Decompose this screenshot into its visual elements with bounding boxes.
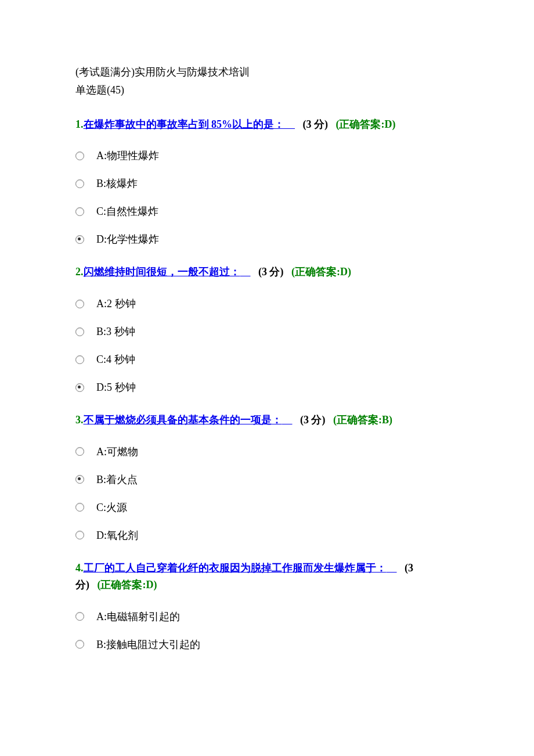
question-2-points: (3 分) [258,266,284,278]
question-4-option-b[interactable]: B:接触电阻过大引起的 [75,638,459,651]
radio-icon[interactable] [75,300,84,308]
question-4-points-part1: (3 [405,562,413,574]
option-label: C:自然性爆炸 [96,204,158,218]
question-3-option-a[interactable]: A:可燃物 [75,445,459,459]
question-1-correct: (正确答案:D) [336,118,396,130]
radio-icon[interactable] [75,447,84,456]
radio-icon[interactable] [75,531,84,539]
question-2-title: 2.闪燃维持时间很短，一般不超过： (3 分) (正确答案:D) [75,264,459,280]
question-3-title: 3.不属于燃烧必须具备的基本条件的一项是： (3 分) (正确答案:B) [75,412,459,429]
question-3-pad [282,414,293,426]
question-3: 3.不属于燃烧必须具备的基本条件的一项是： (3 分) (正确答案:B) A:可… [75,412,459,542]
question-4-link[interactable]: 工厂的工人自己穿着化纤的衣服因为脱掉工作服而发生爆炸属于： [84,562,387,574]
question-4-pad [387,562,397,574]
question-1-points: (3 分) [303,118,329,130]
radio-icon[interactable] [75,612,84,621]
option-label: C:4 秒钟 [96,352,135,366]
question-2-option-a[interactable]: A:2 秒钟 [75,297,459,311]
question-2: 2.闪燃维持时间很短，一般不超过： (3 分) (正确答案:D) A:2 秒钟 … [75,264,459,394]
option-label: D:5 秒钟 [96,380,136,394]
option-label: B:接触电阻过大引起的 [96,638,200,651]
question-1-pad [284,118,295,130]
radio-icon[interactable] [75,640,84,649]
document-page: (考试题满分)实用防火与防爆技术培训 单选题(45) 1.在爆炸事故中的事故率占… [0,0,534,700]
question-1-option-b[interactable]: B:核爆炸 [75,177,459,190]
question-4-correct: (正确答案:D) [98,579,157,591]
question-4-points-part2: 分) [75,579,89,591]
question-3-correct: (正确答案:B) [333,414,392,426]
question-4-title: 4.工厂的工人自己穿着化纤的衣服因为脱掉工作服而发生爆炸属于： (3 分) (正… [75,560,459,593]
radio-icon[interactable] [75,207,84,216]
radio-icon-checked[interactable] [75,235,84,244]
option-label: B:核爆炸 [96,177,138,190]
question-4-number: 4. [75,562,84,574]
question-1-options: A:物理性爆炸 B:核爆炸 C:自然性爆炸 D:化学性爆炸 [75,149,459,246]
question-1-title: 1.在爆炸事故中的事故率占到 85%以上的是： (3 分) (正确答案:D) [75,116,459,133]
radio-icon[interactable] [75,179,84,188]
question-2-option-b[interactable]: B:3 秒钟 [75,325,459,339]
question-4-options: A:电磁辐射引起的 B:接触电阻过大引起的 [75,610,459,651]
question-2-options: A:2 秒钟 B:3 秒钟 C:4 秒钟 D:5 秒钟 [75,297,459,394]
option-label: A:2 秒钟 [96,297,136,311]
question-3-link[interactable]: 不属于燃烧必须具备的基本条件的一项是： [84,414,282,426]
question-1-link[interactable]: 在爆炸事故中的事故率占到 85%以上的是： [84,118,285,130]
option-label: D:化学性爆炸 [96,232,159,246]
question-3-option-b[interactable]: B:着火点 [75,473,459,487]
question-2-number: 2. [75,266,84,278]
question-1-option-d[interactable]: D:化学性爆炸 [75,232,459,246]
header-line-2: 单选题(45) [75,82,459,99]
question-1-option-c[interactable]: C:自然性爆炸 [75,204,459,218]
question-3-option-c[interactable]: C:火源 [75,501,459,514]
question-1-option-a[interactable]: A:物理性爆炸 [75,149,459,163]
question-3-points: (3 分) [300,414,326,426]
question-2-option-c[interactable]: C:4 秒钟 [75,352,459,366]
option-label: A:电磁辐射引起的 [96,610,180,624]
question-2-link[interactable]: 闪燃维持时间很短，一般不超过： [84,266,240,278]
option-label: B:着火点 [96,473,138,487]
option-label: C:火源 [96,501,127,514]
question-2-correct: (正确答案:D) [291,266,351,278]
radio-icon[interactable] [75,327,84,336]
question-4-option-a[interactable]: A:电磁辐射引起的 [75,610,459,624]
radio-icon[interactable] [75,152,84,160]
option-label: A:可燃物 [96,445,138,459]
radio-icon-checked[interactable] [75,475,84,484]
radio-icon-checked[interactable] [75,383,84,392]
option-label: B:3 秒钟 [96,325,135,339]
question-1: 1.在爆炸事故中的事故率占到 85%以上的是： (3 分) (正确答案:D) A… [75,116,459,247]
question-3-number: 3. [75,414,84,426]
question-3-option-d[interactable]: D:氧化剂 [75,528,459,542]
question-2-option-d[interactable]: D:5 秒钟 [75,380,459,394]
question-4: 4.工厂的工人自己穿着化纤的衣服因为脱掉工作服而发生爆炸属于： (3 分) (正… [75,560,459,651]
option-label: D:氧化剂 [96,528,138,542]
option-label: A:物理性爆炸 [96,149,159,163]
radio-icon[interactable] [75,503,84,512]
question-3-options: A:可燃物 B:着火点 C:火源 D:氧化剂 [75,445,459,542]
radio-icon[interactable] [75,355,84,364]
question-1-number: 1. [75,118,84,130]
header-line-1: (考试题满分)实用防火与防爆技术培训 [75,64,459,81]
question-2-pad [240,266,251,278]
